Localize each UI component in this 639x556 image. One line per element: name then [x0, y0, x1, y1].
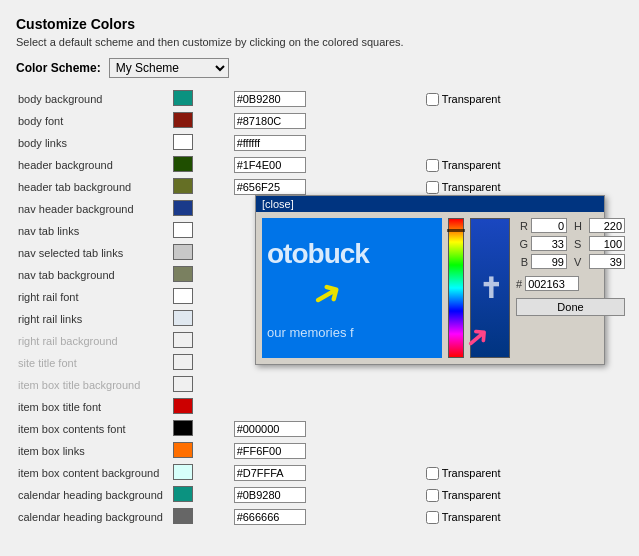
transparent-checkbox[interactable]	[426, 159, 439, 172]
transparent-checkbox[interactable]	[426, 181, 439, 194]
hex-input[interactable]	[234, 487, 306, 503]
color-swatch[interactable]	[173, 156, 193, 172]
color-swatch[interactable]	[173, 310, 193, 326]
color-row-label: nav tab links	[16, 220, 171, 242]
g-label: G	[516, 238, 528, 250]
color-swatch-cell	[171, 374, 232, 396]
transparent-cell	[424, 110, 623, 132]
hex-input[interactable]	[234, 179, 306, 195]
transparent-cell: Transparent	[424, 154, 623, 176]
hex-input-cell	[232, 440, 424, 462]
color-swatch[interactable]	[173, 508, 193, 524]
hex-input[interactable]	[234, 509, 306, 525]
hex-input-cell	[232, 396, 424, 418]
h-input[interactable]	[589, 218, 625, 233]
color-swatch[interactable]	[173, 90, 193, 106]
color-row-label: body font	[16, 110, 171, 132]
hex-picker-input[interactable]	[525, 276, 579, 291]
color-swatch[interactable]	[173, 288, 193, 304]
color-swatch[interactable]	[173, 442, 193, 458]
color-picker-overlay: [close] otobuck our memories f ➜ ✝	[255, 195, 605, 365]
color-swatch-cell	[171, 506, 232, 528]
color-row-label: body links	[16, 132, 171, 154]
rgb-inputs: R H G S B V #	[516, 218, 625, 316]
color-swatch[interactable]	[173, 486, 193, 502]
color-row-label: header tab background	[16, 176, 171, 198]
transparent-label: Transparent	[442, 159, 501, 171]
hex-input[interactable]	[234, 157, 306, 173]
r-label: R	[516, 220, 528, 232]
s-input[interactable]	[589, 236, 625, 251]
color-swatch[interactable]	[173, 178, 193, 194]
color-swatch[interactable]	[173, 222, 193, 238]
hex-input-cell	[232, 462, 424, 484]
table-row: calendar heading backgroundTransparent	[16, 484, 623, 506]
hue-indicator	[447, 229, 465, 232]
hex-input-cell	[232, 418, 424, 440]
hex-input-cell	[232, 484, 424, 506]
transparent-cell: Transparent	[424, 88, 623, 110]
hex-input-cell	[232, 506, 424, 528]
scheme-select[interactable]: My Scheme Default Custom	[109, 58, 229, 78]
transparent-checkbox[interactable]	[426, 511, 439, 524]
hex-input[interactable]	[234, 421, 306, 437]
color-row-label: item box title font	[16, 396, 171, 418]
color-row-label: right rail links	[16, 308, 171, 330]
transparent-cell	[424, 396, 623, 418]
v-label: V	[574, 256, 586, 268]
hex-row: #	[516, 276, 625, 291]
picker-close-bar[interactable]: [close]	[256, 196, 604, 212]
hex-input[interactable]	[234, 135, 306, 151]
hex-input-cell	[232, 132, 424, 154]
color-swatch[interactable]	[173, 266, 193, 282]
color-swatch[interactable]	[173, 244, 193, 260]
color-swatch[interactable]	[173, 200, 193, 216]
color-row-label: item box contents font	[16, 418, 171, 440]
color-swatch-cell	[171, 110, 232, 132]
table-row: item box contents font	[16, 418, 623, 440]
color-swatch-cell	[171, 286, 232, 308]
transparent-checkbox[interactable]	[426, 467, 439, 480]
page-subtitle: Select a default scheme and then customi…	[16, 36, 623, 48]
r-input[interactable]	[531, 218, 567, 233]
hex-input[interactable]	[234, 91, 306, 107]
hex-input[interactable]	[234, 443, 306, 459]
transparent-cell	[424, 418, 623, 440]
v-input[interactable]	[589, 254, 625, 269]
b-row: B V	[516, 254, 625, 269]
color-swatch[interactable]	[173, 464, 193, 480]
b-input[interactable]	[531, 254, 567, 269]
hex-input[interactable]	[234, 113, 306, 129]
color-row-label: calendar heading background	[16, 506, 171, 528]
color-swatch[interactable]	[173, 354, 193, 370]
hex-input[interactable]	[234, 465, 306, 481]
transparent-cell: Transparent	[424, 506, 623, 528]
color-swatch[interactable]	[173, 134, 193, 150]
picker-right-block: ✝	[470, 218, 510, 358]
page-title: Customize Colors	[16, 16, 623, 32]
color-row-label: header background	[16, 154, 171, 176]
picker-preview-area: otobuck our memories f ➜	[262, 218, 442, 358]
done-button[interactable]: Done	[516, 298, 625, 316]
transparent-checkbox[interactable]	[426, 93, 439, 106]
hue-bar[interactable]	[448, 218, 464, 358]
color-swatch-cell	[171, 352, 232, 374]
color-swatch[interactable]	[173, 332, 193, 348]
color-swatch[interactable]	[173, 420, 193, 436]
color-swatch[interactable]	[173, 376, 193, 392]
transparent-cell: Transparent	[424, 484, 623, 506]
close-label[interactable]: [close]	[262, 198, 294, 210]
g-input[interactable]	[531, 236, 567, 251]
color-swatch-cell	[171, 418, 232, 440]
hex-input-cell	[232, 110, 424, 132]
color-swatch[interactable]	[173, 398, 193, 414]
hash-label: #	[516, 278, 522, 290]
hex-input-cell	[232, 374, 424, 396]
b-label: B	[516, 256, 528, 268]
preview-bg: otobuck our memories f ➜	[262, 218, 442, 358]
hex-input-cell	[232, 88, 424, 110]
color-swatch[interactable]	[173, 112, 193, 128]
color-row-label: calendar heading background	[16, 484, 171, 506]
color-swatch-cell	[171, 132, 232, 154]
transparent-checkbox[interactable]	[426, 489, 439, 502]
